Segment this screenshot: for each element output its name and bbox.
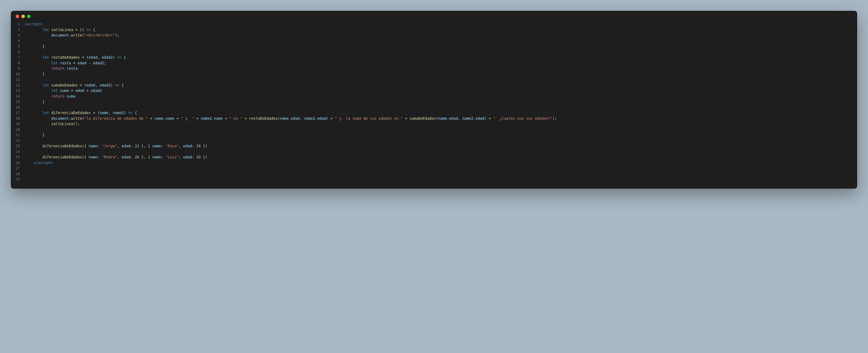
minimize-icon[interactable] — [21, 14, 25, 18]
token-punct: ( — [82, 33, 84, 37]
token-punct — [25, 94, 51, 98]
line-number: 24 — [14, 149, 20, 155]
code-line[interactable]: let saltoLinea = () => { — [25, 27, 852, 33]
token-ident: document — [51, 33, 69, 37]
code-line[interactable] — [25, 49, 852, 55]
token-punct: }, { — [139, 155, 153, 159]
code-line[interactable]: } — [25, 43, 852, 49]
token-punct: , — [300, 116, 304, 121]
code-line[interactable]: let resta = edad - edad2; — [25, 60, 852, 66]
token-str: "Paco" — [165, 144, 179, 148]
line-number: 12 — [14, 83, 20, 88]
code-line[interactable]: document.write("la diferencia de edades … — [25, 116, 852, 121]
token-punct — [25, 110, 42, 115]
token-ident: resta — [60, 61, 71, 65]
token-punct: , — [117, 144, 121, 148]
code-line[interactable] — [25, 138, 852, 143]
code-line[interactable]: return resta — [25, 66, 852, 71]
token-punct — [25, 28, 42, 32]
token-fn: sumaDeEdades — [410, 116, 436, 121]
line-number: 13 — [14, 88, 20, 94]
token-punct: : — [161, 155, 165, 159]
code-line[interactable]: } — [25, 132, 852, 138]
token-keyword: => — [87, 28, 91, 32]
code-line[interactable] — [25, 77, 852, 83]
close-icon[interactable] — [16, 14, 19, 18]
token-punct — [25, 116, 51, 121]
token-prop: edad — [476, 116, 485, 121]
code-line[interactable]: </script> — [25, 160, 852, 166]
token-fn: diferenciaDeEdades — [51, 110, 91, 115]
token-punct — [25, 144, 42, 148]
token-punct — [25, 33, 51, 37]
line-number: 7 — [14, 55, 20, 60]
token-punct: ); — [115, 33, 119, 37]
line-number: 20 — [14, 127, 20, 132]
line-number: 11 — [14, 77, 20, 83]
token-keyword: let — [42, 110, 49, 115]
token-ident: edad2 — [99, 83, 111, 87]
token-str: "la diferencia de edades de " — [84, 116, 148, 121]
code-line[interactable] — [25, 105, 852, 110]
line-number: 16 — [14, 105, 20, 110]
token-punct: : — [97, 144, 102, 148]
line-number: 22 — [14, 138, 20, 143]
token-punct: . — [315, 116, 317, 121]
token-tag: script — [38, 161, 51, 165]
token-punct: ; — [104, 61, 106, 65]
token-punct: = — [69, 88, 75, 93]
code-line[interactable]: } — [25, 99, 852, 105]
token-ident: name — [438, 116, 447, 121]
token-punct: } — [25, 44, 44, 49]
code-editor[interactable]: 1234567891011121314151617181920212223242… — [11, 20, 857, 189]
token-punct: + — [223, 116, 229, 121]
token-tag: < — [25, 22, 27, 26]
token-punct: = ( — [80, 55, 89, 60]
code-line[interactable]: return suma — [25, 94, 852, 99]
code-line[interactable] — [25, 149, 852, 155]
code-line[interactable] — [25, 176, 852, 182]
token-punct — [58, 61, 60, 65]
token-ident: name — [155, 116, 164, 121]
token-ident: edad2 — [102, 55, 113, 60]
token-ident: name2 — [304, 116, 315, 121]
code-line[interactable]: diferenciaDeEdades({ name: "Pedro", edad… — [25, 154, 852, 160]
line-number: 18 — [14, 116, 20, 121]
token-keyword: => — [117, 55, 121, 60]
code-line[interactable] — [25, 127, 852, 132]
token-str: " es " — [229, 116, 243, 121]
code-line[interactable]: diferenciaDeEdades({ name: "Jorge", edad… — [25, 143, 852, 149]
token-fn: diferenciaDeEdades — [42, 144, 82, 148]
code-line[interactable]: <script> — [25, 21, 852, 27]
code-line[interactable]: let diferenciaDeEdades = (name, name2) =… — [25, 110, 852, 116]
code-line[interactable] — [25, 171, 852, 177]
token-ident: suma — [60, 88, 69, 93]
token-punct: - — [87, 61, 93, 65]
code-line[interactable]: let sumaDeEdades = (edad, edad2) => { — [25, 83, 852, 88]
code-line[interactable] — [25, 165, 852, 171]
code-line[interactable]: document.write("<br><br><br>"); — [25, 32, 852, 38]
line-number: 25 — [14, 154, 20, 160]
token-punct — [49, 55, 51, 60]
token-str: " y la suma de sus edades es " — [335, 116, 403, 121]
token-fn: write — [71, 33, 82, 37]
token-fn: saltoLinea — [51, 122, 73, 126]
token-punct: , — [179, 155, 183, 159]
code-line[interactable]: } — [25, 71, 852, 77]
line-number: 4 — [14, 38, 20, 44]
token-punct: { — [120, 83, 124, 87]
token-keyword: let — [42, 83, 49, 87]
line-number: 21 — [14, 132, 20, 138]
maximize-icon[interactable] — [27, 14, 31, 18]
token-punct: ({ — [82, 155, 88, 159]
code-line[interactable]: let restaDeEdades = (edad, edad2) => { — [25, 55, 852, 60]
token-keyword2: return — [51, 94, 65, 98]
code-line[interactable]: saltoLinea(); — [25, 121, 852, 127]
code-line[interactable] — [25, 38, 852, 44]
code-line[interactable]: let suma = edad + edad2 — [25, 88, 852, 94]
token-punct: + — [243, 116, 249, 121]
token-punct: + — [84, 88, 91, 93]
code-content[interactable]: <script> let saltoLinea = () => { docume… — [25, 21, 857, 182]
token-fn: diferenciaDeEdades — [42, 155, 82, 159]
token-punct: { — [122, 55, 126, 60]
